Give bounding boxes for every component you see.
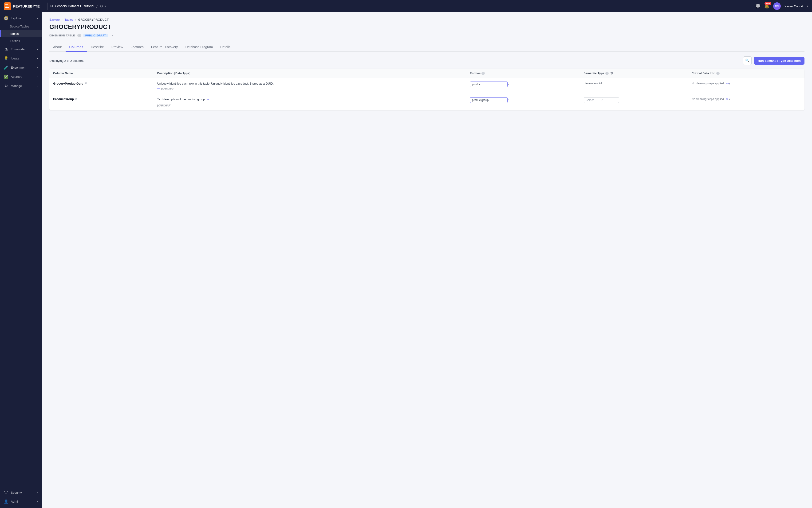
notification-area[interactable]: 🔔 999+ bbox=[764, 3, 769, 9]
nav-divider bbox=[47, 3, 48, 10]
row1-copy-icon[interactable]: ⧉ bbox=[85, 82, 87, 85]
th-entities: Entities i bbox=[466, 69, 580, 78]
table-row: ProductGroup ⧉ Text description of the p… bbox=[49, 94, 805, 110]
experiment-chevron-icon: ▸ bbox=[37, 66, 38, 69]
tab-describe[interactable]: Describe bbox=[87, 43, 108, 52]
row1-cleaning-edit-icon[interactable]: ✏ bbox=[726, 82, 729, 85]
admin-chevron-icon: ▸ bbox=[37, 500, 38, 503]
sidebar-label-approve: Approve bbox=[11, 75, 22, 79]
entities-info-icon[interactable]: i bbox=[482, 72, 485, 75]
row2-column-name: ProductGroup bbox=[53, 97, 74, 101]
row1-description-cell: Uniquely identifies each row in this tab… bbox=[154, 78, 466, 94]
compass-icon: 🧭 bbox=[4, 16, 8, 20]
username-label: Xavier Conort bbox=[784, 4, 803, 8]
row1-data-type: [VARCHAR] bbox=[161, 87, 175, 90]
sidebar-item-security[interactable]: 🛡 Security ▸ bbox=[0, 488, 42, 497]
row2-semantic-clear-icon[interactable]: ✕ bbox=[601, 98, 617, 101]
row2-entity-input-wrapper[interactable]: ✕ bbox=[470, 97, 508, 103]
more-options-icon[interactable]: ⋮ bbox=[110, 33, 115, 38]
run-semantic-detection-button[interactable]: Run Semantic Type Detection bbox=[754, 57, 805, 65]
row2-cleaning-edit-icon[interactable]: ✏ bbox=[726, 97, 729, 101]
lightbulb-icon: 💡 bbox=[4, 56, 8, 60]
breadcrumb-current: GROCERYPRODUCT bbox=[78, 18, 109, 22]
nav-settings-icon[interactable]: ⚙ bbox=[100, 4, 103, 8]
row1-entity-input-wrapper[interactable]: ✕ bbox=[470, 82, 508, 87]
user-avatar: XC bbox=[773, 2, 781, 10]
tab-feature-discovery[interactable]: Feature Discovery bbox=[148, 43, 182, 52]
logo-text: FEATUREBYTE bbox=[13, 4, 40, 8]
sidebar-item-experiment[interactable]: 🧪 Experiment ▸ bbox=[0, 63, 42, 72]
ideate-chevron-icon: ▸ bbox=[37, 57, 38, 60]
user-cog-icon: 👤 bbox=[4, 499, 8, 504]
sidebar-item-manage[interactable]: ⚙ Manage ▸ bbox=[0, 81, 42, 90]
search-button[interactable]: 🔍 bbox=[743, 56, 752, 65]
flask-icon: ⚗ bbox=[4, 47, 8, 51]
row2-entities-cell: ✕ bbox=[466, 94, 580, 110]
columns-toolbar: Displaying 2 of 2 columns 🔍 Run Semantic… bbox=[49, 56, 805, 65]
sidebar-item-ideate[interactable]: 💡 Ideate ▸ bbox=[0, 54, 42, 63]
row1-edit-desc-icon[interactable]: ✏ bbox=[157, 87, 160, 90]
tab-details[interactable]: Details bbox=[216, 43, 234, 52]
security-chevron-icon: ▸ bbox=[37, 491, 38, 494]
tab-columns[interactable]: Columns bbox=[66, 43, 87, 52]
row1-entity-input[interactable] bbox=[472, 83, 507, 86]
row2-column-name-cell: ProductGroup ⧉ bbox=[49, 94, 154, 110]
sidebar-item-approve[interactable]: ✅ Approve ▸ bbox=[0, 72, 42, 81]
sidebar-item-formulate[interactable]: ⚗ Formulate ▸ bbox=[0, 45, 42, 54]
row2-expand-icon[interactable]: ▾ bbox=[729, 97, 730, 101]
critical-data-info-icon[interactable]: i bbox=[716, 72, 720, 75]
logo-area: FEATUREBYTE bbox=[4, 2, 46, 10]
sidebar-label-explore: Explore bbox=[11, 16, 21, 20]
row1-no-cleaning-text: No cleaning steps applied. bbox=[692, 82, 725, 85]
page-meta: DIMENSION TABLE i PUBLIC_DRAFT ⋮ bbox=[49, 33, 805, 38]
row2-entity-input[interactable] bbox=[472, 98, 507, 102]
beaker-icon: 🧪 bbox=[4, 65, 8, 70]
sidebar-item-entities[interactable]: Entities bbox=[0, 37, 42, 45]
row1-entities-cell: ✕ bbox=[466, 78, 580, 94]
sidebar-label-security: Security bbox=[11, 491, 22, 494]
shield-icon: 🛡 bbox=[4, 491, 8, 495]
row2-entity-clear-icon[interactable]: ✕ bbox=[507, 98, 510, 101]
nav-dataset-name: Grocery Dataset UI tutorial bbox=[55, 4, 94, 8]
monitor-icon: 🖥 bbox=[50, 4, 53, 8]
user-menu-chevron[interactable]: ▾ bbox=[807, 4, 808, 8]
row1-expand-icon[interactable]: ▾ bbox=[729, 82, 730, 85]
dim-table-info-icon[interactable]: i bbox=[77, 34, 81, 37]
tab-database-diagram[interactable]: Database Diagram bbox=[181, 43, 216, 52]
th-semantic-type: Semantic Type i ▽ bbox=[580, 69, 688, 78]
semantic-type-info-icon[interactable]: i bbox=[605, 72, 609, 75]
breadcrumb: Explore › Tables › GROCERYPRODUCT bbox=[49, 18, 805, 22]
sidebar: 🧭 Explore ▾ Source Tables Tables Entitie… bbox=[0, 12, 42, 508]
row2-copy-icon[interactable]: ⧉ bbox=[75, 97, 77, 101]
row2-semantic-select[interactable]: Select ✕ bbox=[584, 97, 619, 103]
semantic-type-filter-icon[interactable]: ▽ bbox=[611, 72, 613, 75]
sidebar-label-experiment: Experiment bbox=[11, 66, 26, 69]
chat-icon[interactable]: 💬 bbox=[755, 3, 761, 9]
approve-chevron-icon: ▸ bbox=[37, 75, 38, 78]
status-badge: PUBLIC_DRAFT bbox=[83, 34, 108, 37]
columns-table: Column Name Description [Data Type] Enti… bbox=[49, 69, 805, 111]
row2-data-type: [VARCHAR] bbox=[157, 104, 171, 107]
tab-about[interactable]: About bbox=[49, 43, 66, 52]
nav-chevron-icon[interactable]: ▾ bbox=[105, 4, 106, 8]
sidebar-item-explore[interactable]: 🧭 Explore ▾ bbox=[0, 14, 42, 23]
cog-icon: ⚙ bbox=[4, 84, 8, 88]
breadcrumb-explore[interactable]: Explore bbox=[49, 18, 60, 22]
row2-semantic-type-cell: Select ✕ bbox=[580, 94, 688, 110]
tab-features[interactable]: Features bbox=[127, 43, 148, 52]
row1-entity-clear-icon[interactable]: ✕ bbox=[507, 83, 510, 86]
th-description: Description [Data Type] bbox=[154, 69, 466, 78]
row1-critical-data-cell: No cleaning steps applied. ✏ ▾ bbox=[688, 78, 805, 94]
page-title: GROCERYPRODUCT bbox=[49, 23, 805, 31]
breadcrumb-tables[interactable]: Tables bbox=[65, 18, 73, 22]
sidebar-label-formulate: Formulate bbox=[11, 47, 25, 51]
row2-edit-desc-icon[interactable]: ✏ bbox=[207, 97, 209, 101]
tab-preview[interactable]: Preview bbox=[108, 43, 127, 52]
sidebar-item-source-tables[interactable]: Source Tables bbox=[0, 23, 42, 30]
nav-share-icon[interactable]: ⤴ bbox=[96, 4, 98, 8]
sidebar-item-admin[interactable]: 👤 Admin ▸ bbox=[0, 497, 42, 506]
nav-breadcrumb-area: 🖥 Grocery Dataset UI tutorial ⤴ ⚙ ▾ bbox=[50, 4, 755, 8]
breadcrumb-sep-2: › bbox=[75, 18, 76, 22]
sidebar-item-tables[interactable]: Tables bbox=[0, 30, 42, 37]
notification-badge: 999+ bbox=[765, 2, 771, 5]
